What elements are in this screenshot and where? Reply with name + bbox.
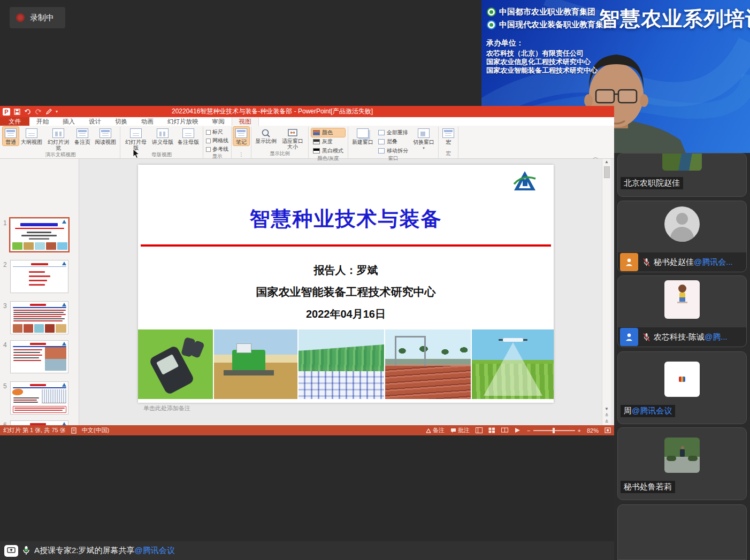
slide-sorter-status-icon[interactable]	[488, 427, 495, 433]
group-label-notes: ⋮	[233, 151, 249, 158]
participant-4-avatar	[664, 362, 700, 397]
scroll-down-icon[interactable]: ▼	[604, 406, 609, 412]
black-white-button[interactable]: 黑白模式	[311, 147, 345, 155]
scrollbar-thumb[interactable]	[604, 166, 610, 178]
recording-indicator: 录制中	[10, 7, 65, 28]
outline-view-button[interactable]: 大纲视图	[19, 127, 44, 145]
harvester-image	[214, 329, 297, 399]
zoom-percentage[interactable]: 82%	[587, 427, 599, 434]
slide-org-line[interactable]: 国家农业智能装备工程技术研究中心	[138, 285, 554, 300]
host-heading: 承办单位：	[486, 39, 598, 48]
participant-1-avatar	[662, 154, 702, 171]
new-window-button[interactable]: 新建窗口	[350, 127, 376, 145]
save-icon[interactable]	[14, 109, 20, 115]
tab-file[interactable]: 文件	[0, 117, 29, 126]
ppt-titlebar[interactable]: P ▾ 20220416智慧种业技术与装备-种业装备部 - PowerPoint…	[0, 106, 614, 117]
tab-home[interactable]: 开始	[29, 117, 56, 126]
participant-3-name: 农芯科技-陈诚@腾...	[654, 332, 728, 342]
slide-4-thumbnail[interactable]	[10, 340, 68, 373]
gridlines-checkbox[interactable]: 网格线	[206, 137, 228, 144]
scroll-up-icon[interactable]: ▲	[604, 159, 609, 165]
slide-1-thumbnail[interactable]	[10, 218, 68, 251]
fit-to-window-button[interactable]: 适应窗口大小	[279, 127, 307, 150]
slide-presenter-line[interactable]: 报告人：罗斌	[138, 263, 554, 278]
magnifier-icon	[261, 128, 271, 138]
zoom-slider-thumb[interactable]	[553, 428, 555, 433]
participant-tile-4[interactable]: 周@腾讯会议	[617, 351, 747, 424]
share-screen-icon[interactable]	[4, 545, 18, 557]
current-slide[interactable]: 智慧种业技术与装备 报告人：罗斌 国家农业智能装备工程技术研究中心 2022年0…	[138, 165, 554, 403]
group-label-zoom: 显示比例	[253, 150, 307, 158]
switch-windows-button[interactable]: 切换窗口▾	[411, 127, 437, 151]
zoom-slider-track[interactable]	[533, 430, 575, 431]
gridlines-checkbox-box[interactable]	[206, 139, 211, 143]
slide-scrollbar[interactable]: ▲ ▼ ≛ ≙	[602, 159, 611, 425]
ruler-checkbox-box[interactable]	[206, 130, 211, 135]
slideshow-status-icon[interactable]	[514, 427, 521, 433]
tab-transitions[interactable]: 切换	[108, 117, 134, 126]
thumb-number: 1	[3, 219, 7, 227]
participant-tile-2[interactable]: 秘书处赵佳@腾讯会...	[617, 201, 747, 272]
slide-canvas-area[interactable]: 智慧种业技术与装备 报告人：罗斌 国家农业智能装备工程技术研究中心 2022年0…	[79, 159, 601, 425]
recording-dot-icon	[16, 13, 25, 22]
arrange-all-button[interactable]: 全部重排	[377, 128, 410, 137]
undo-icon[interactable]	[24, 109, 31, 115]
slide-thumbnail-panel[interactable]: 1 2	[0, 159, 79, 425]
thumb-number: 6	[3, 421, 7, 425]
reading-view-button[interactable]: 阅读视图	[93, 127, 118, 145]
guides-checkbox-box[interactable]	[206, 147, 211, 152]
redo-icon[interactable]	[35, 109, 42, 115]
participant-tile-3[interactable]: 农芯科技-陈诚@腾...	[617, 275, 747, 347]
tab-design[interactable]: 设计	[82, 117, 108, 126]
slide-5-thumbnail[interactable]	[10, 381, 68, 415]
zoom-slider[interactable]: − +	[527, 427, 581, 434]
next-slide-icon[interactable]: ≙	[605, 419, 609, 425]
draw-pen-icon[interactable]	[45, 109, 52, 115]
zoom-out-icon[interactable]: −	[527, 427, 530, 434]
participant-tile-1[interactable]: 北京农职院赵佳	[617, 153, 747, 197]
color-mode-button[interactable]: 颜色	[311, 128, 345, 137]
share-mic-icon[interactable]	[22, 546, 30, 556]
tab-slideshow[interactable]: 幻灯片放映	[160, 117, 205, 126]
participant-tile-5[interactable]: 秘书处鲁若莉	[617, 427, 747, 500]
slide-title[interactable]: 智慧种业技术与装备	[138, 205, 554, 233]
org-line-1: 中国都市农业职业教育集团	[487, 7, 595, 17]
grayscale-button[interactable]: 灰度	[311, 137, 345, 146]
previous-slide-icon[interactable]: ≛	[605, 412, 609, 419]
cascade-button[interactable]: 层叠	[377, 137, 410, 146]
notes-toggle-button[interactable]: 笔记	[233, 127, 249, 145]
tab-animations[interactable]: 动画	[134, 117, 160, 126]
zoom-in-icon[interactable]: +	[578, 427, 581, 434]
notes-master-button[interactable]: 备注母版	[175, 127, 201, 145]
ppt-ribbon-view-tab: 普通 大纲视图 幻灯片浏览 备注页 阅读视图 演示文稿视图 幻灯片母版 讲义母版…	[0, 126, 614, 159]
notes-placeholder[interactable]: 单击此处添加备注	[143, 404, 190, 412]
notes-toggle-status[interactable]: 备注	[426, 426, 445, 434]
language-status[interactable]: 中文(中国)	[82, 426, 109, 434]
normal-view-status-icon[interactable]	[476, 427, 483, 433]
spellcheck-book-icon[interactable]	[71, 427, 76, 434]
slide-6-thumbnail[interactable]	[10, 420, 68, 425]
tab-view[interactable]: 视图	[232, 117, 259, 126]
slide-image-strip	[138, 329, 554, 399]
slide-sorter-button[interactable]: 幻灯片浏览	[44, 127, 72, 151]
normal-view-button[interactable]: 普通	[3, 127, 19, 145]
slide-master-button[interactable]: 幻灯片母版	[122, 127, 150, 151]
tab-insert[interactable]: 插入	[56, 117, 82, 126]
macros-button[interactable]: 宏	[440, 127, 456, 145]
fit-slide-to-window-icon[interactable]	[604, 427, 611, 433]
handout-master-button[interactable]: 讲义母版	[150, 127, 175, 145]
powerpoint-logo-icon[interactable]: P	[3, 108, 10, 116]
move-split-button[interactable]: 移动拆分	[377, 147, 410, 155]
qat-dropdown-icon[interactable]: ▾	[56, 109, 58, 114]
zoom-button[interactable]: 显示比例	[253, 127, 279, 144]
ruler-checkbox[interactable]: 标尺	[206, 128, 228, 136]
participant-tile-6-empty[interactable]	[617, 504, 747, 560]
notes-page-button[interactable]: 备注页	[72, 127, 93, 145]
comments-toggle-status[interactable]: 批注	[450, 426, 470, 434]
tab-review[interactable]: 审阅	[205, 117, 232, 126]
slide-date-line[interactable]: 2022年04月16日	[138, 307, 554, 321]
reading-view-status-icon[interactable]	[501, 427, 508, 433]
slide-3-thumbnail[interactable]	[10, 301, 68, 334]
slide-2-thumbnail[interactable]	[10, 260, 68, 293]
guides-checkbox[interactable]: 参考线	[206, 145, 228, 153]
